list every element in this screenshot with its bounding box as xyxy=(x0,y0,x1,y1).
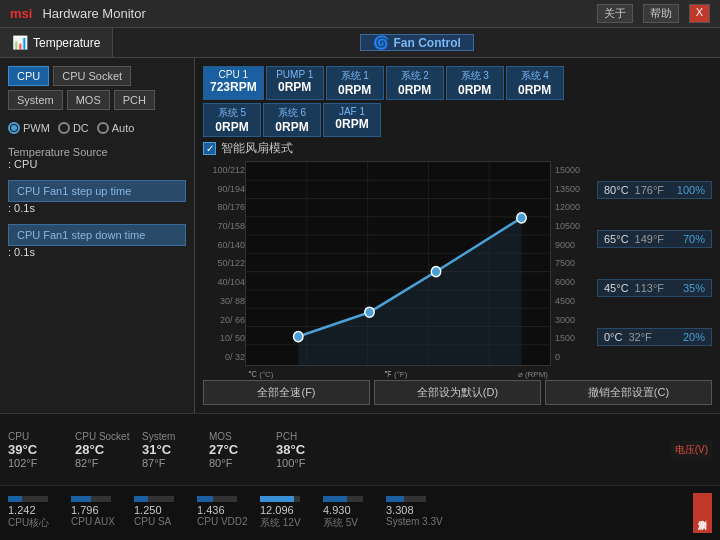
status-item-1: CPU Socket 28°C 82°F xyxy=(75,431,130,469)
y-label-right-1: 13500 xyxy=(555,184,589,194)
temp-setpoint-0[interactable]: 80°C176°F100% xyxy=(597,181,712,199)
volt-value-3: 1.436 xyxy=(197,504,225,516)
y-label-left-5: 50/122 xyxy=(203,258,245,268)
y-label-right-6: 6000 xyxy=(555,277,589,287)
voltage-item-0: 1.242 CPU核心 xyxy=(8,496,63,530)
temp-setpoint-3[interactable]: 0°C32°F20% xyxy=(597,328,712,346)
radio-auto-label: Auto xyxy=(112,122,135,134)
status-label-0: CPU xyxy=(8,431,29,442)
temp-setpoint-2[interactable]: 45°C113°F35% xyxy=(597,279,712,297)
volt-bar-1 xyxy=(71,496,111,502)
voltage-item-4: 12.096 系统 12V xyxy=(260,496,315,530)
volt-bar-fill-0 xyxy=(8,496,22,502)
step-down-button[interactable]: CPU Fan1 step down time xyxy=(8,224,186,246)
y-label-left-1: 90/194 xyxy=(203,184,245,194)
y-label-left-0: 100/212 xyxy=(203,165,245,175)
side-label: 新浪众测 xyxy=(693,493,712,533)
radio-dc[interactable]: DC xyxy=(58,122,89,134)
voltage-item-2: 1.250 CPU SA xyxy=(134,496,189,530)
bottom-btn-1[interactable]: 全部设为默认(D) xyxy=(374,380,541,405)
status-items: CPU 39°C 102°F CPU Socket 28°C 82°F Syst… xyxy=(8,431,659,469)
voltage-label: 电压(V) xyxy=(671,441,712,459)
tab-fan-control[interactable]: 🌀 Fan Control xyxy=(360,34,474,51)
title-bar: msi Hardware Monitor 关于 帮助 X xyxy=(0,0,720,28)
radio-auto[interactable]: Auto xyxy=(97,122,135,134)
fan-btn-row1-4[interactable]: 系统 30RPM xyxy=(446,66,504,100)
radio-pwm-label: PWM xyxy=(23,122,50,134)
sensor-btn-mos[interactable]: MOS xyxy=(67,90,110,110)
status-temp-c-4: 38°C xyxy=(276,442,305,457)
graph-canvas: ℃ (°C) ℉ (°F) ⌀ (RPM) xyxy=(245,161,551,366)
y-labels-right: 1500013500120001050090007500600045003000… xyxy=(551,161,589,366)
about-button[interactable]: 关于 xyxy=(597,4,633,23)
y-label-left-7: 30/ 88 xyxy=(203,296,245,306)
left-panel: CPU CPU Socket System MOS PCH PWM DC Aut… xyxy=(0,58,195,413)
fan-btn-row1-3[interactable]: 系统 20RPM xyxy=(386,66,444,100)
sensor-btn-pch[interactable]: PCH xyxy=(114,90,155,110)
volt-value-2: 1.250 xyxy=(134,504,162,516)
tab-temperature[interactable]: 📊 Temperature xyxy=(0,28,113,57)
bottom-btn-0[interactable]: 全部全速(F) xyxy=(203,380,370,405)
help-button[interactable]: 帮助 xyxy=(643,4,679,23)
svg-point-15 xyxy=(294,332,304,342)
sensor-btn-system[interactable]: System xyxy=(8,90,63,110)
graph-wrapper: 100/21290/19480/17670/15860/14050/12240/… xyxy=(203,161,589,366)
sensor-btn-cpu-socket[interactable]: CPU Socket xyxy=(53,66,131,86)
y-label-left-4: 60/140 xyxy=(203,240,245,250)
fan-btn-row1-1[interactable]: PUMP 10RPM xyxy=(266,66,324,100)
voltage-item-6: 3.308 System 3.3V xyxy=(386,496,443,530)
x-axis-labels: ℃ (°C) ℉ (°F) ⌀ (RPM) xyxy=(246,370,550,379)
fan-btn-row1-2[interactable]: 系统 10RPM xyxy=(326,66,384,100)
y-label-left-6: 40/104 xyxy=(203,277,245,287)
volt-value-1: 1.796 xyxy=(71,504,99,516)
volt-value-5: 4.930 xyxy=(323,504,351,516)
temperature-source-label: Temperature Source xyxy=(8,146,186,158)
temp-setpoint-1[interactable]: 65°C149°F70% xyxy=(597,230,712,248)
volt-bar-6 xyxy=(386,496,426,502)
fan-btn-row2-2[interactable]: JAF 10RPM xyxy=(323,103,381,137)
fan-btn-row2-1[interactable]: 系统 60RPM xyxy=(263,103,321,137)
close-button[interactable]: X xyxy=(689,4,710,23)
volt-label-5: 系统 5V xyxy=(323,516,358,530)
step-up-button[interactable]: CPU Fan1 step up time xyxy=(8,180,186,202)
y-label-right-8: 3000 xyxy=(555,315,589,325)
radio-pwm[interactable]: PWM xyxy=(8,122,50,134)
step-up-value: : 0.1s xyxy=(8,202,186,214)
fan-btn-row1-0[interactable]: CPU 1723RPM xyxy=(203,66,264,100)
svg-point-16 xyxy=(365,307,375,317)
fan-btn-row2-0[interactable]: 系统 50RPM xyxy=(203,103,261,137)
volt-label-1: CPU AUX xyxy=(71,516,115,527)
status-bar: CPU 39°C 102°F CPU Socket 28°C 82°F Syst… xyxy=(0,413,720,485)
status-item-2: System 31°C 87°F xyxy=(142,431,197,469)
voltage-item-3: 1.436 CPU VDD2 xyxy=(197,496,252,530)
volt-bar-fill-5 xyxy=(323,496,347,502)
sensor-btn-cpu[interactable]: CPU xyxy=(8,66,49,86)
volt-bar-fill-2 xyxy=(134,496,148,502)
volt-label-2: CPU SA xyxy=(134,516,171,527)
volt-bar-3 xyxy=(197,496,237,502)
status-temp-c-2: 31°C xyxy=(142,442,171,457)
volt-value-0: 1.242 xyxy=(8,504,36,516)
voltage-bar: 1.242 CPU核心 1.796 CPU AUX 1.250 CPU SA 1… xyxy=(0,485,720,540)
temperature-source-section: Temperature Source : CPU xyxy=(8,142,186,170)
smart-fan-checkbox[interactable]: ✓ xyxy=(203,142,216,155)
y-label-left-2: 80/176 xyxy=(203,202,245,212)
y-label-left-10: 0/ 32 xyxy=(203,352,245,362)
smart-fan-label: 智能风扇模式 xyxy=(221,140,293,157)
y-label-right-5: 7500 xyxy=(555,258,589,268)
voltage-item-5: 4.930 系统 5V xyxy=(323,496,378,530)
status-temp-c-1: 28°C xyxy=(75,442,104,457)
volt-label-4: 系统 12V xyxy=(260,516,301,530)
sensor-buttons: CPU CPU Socket System MOS PCH xyxy=(8,66,186,110)
temperature-icon: 📊 xyxy=(12,35,28,50)
tab-fan-control-label: Fan Control xyxy=(394,36,461,50)
y-label-right-3: 10500 xyxy=(555,221,589,231)
svg-point-18 xyxy=(517,213,527,223)
bottom-btn-2[interactable]: 撤销全部设置(C) xyxy=(545,380,712,405)
status-temp-f-0: 102°F xyxy=(8,457,37,469)
status-label-1: CPU Socket xyxy=(75,431,129,442)
radio-auto-dot xyxy=(97,122,109,134)
volt-bar-5 xyxy=(323,496,363,502)
tab-temperature-label: Temperature xyxy=(33,36,100,50)
fan-btn-row1-5[interactable]: 系统 40RPM xyxy=(506,66,564,100)
